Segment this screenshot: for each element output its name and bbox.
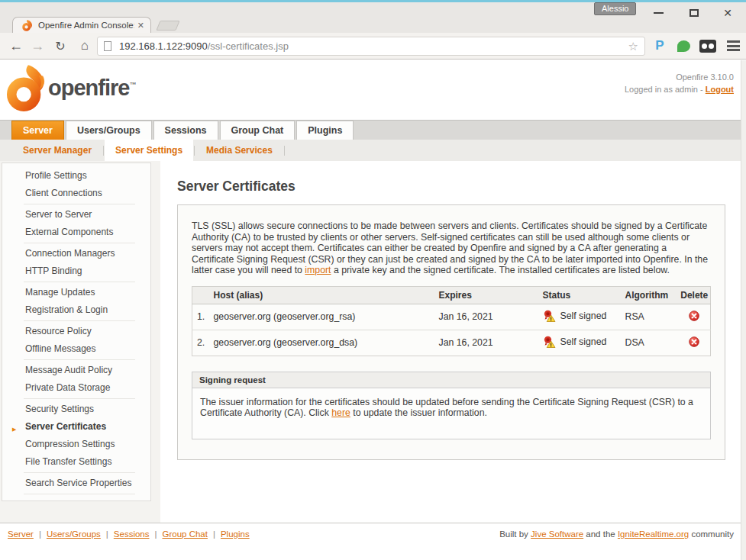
here-link[interactable]: here	[331, 407, 350, 418]
igniterealtime-link[interactable]: IgniteRealtime.org	[618, 529, 689, 539]
sidebar-item-connection-managers[interactable]: Connection Managers	[2, 245, 150, 262]
cert-host[interactable]: geoserver.org (geoserver.org_rsa)	[214, 304, 439, 330]
cert-algorithm: RSA	[625, 304, 679, 330]
openfire-favicon-icon	[21, 20, 33, 31]
sidebar: Profile SettingsClient ConnectionsServer…	[0, 161, 160, 523]
footer-link-plugins[interactable]: Plugins	[221, 529, 250, 539]
sidebar-divider	[24, 320, 135, 321]
window-maximize-button[interactable]	[683, 5, 706, 21]
url-text: 192.168.1.122:9090/ssl-certificates.jsp	[119, 40, 624, 52]
certificates-table: Host (alias)ExpiresStatusAlgorithmDelete…	[192, 286, 711, 356]
sidebar-item-compression-settings[interactable]: Compression Settings	[2, 436, 150, 453]
col-header-host-alias: Host (alias)	[214, 286, 439, 304]
footer-link-server[interactable]: Server	[8, 529, 34, 539]
self-signed-warning-icon	[543, 310, 556, 322]
sidebar-divider	[24, 472, 135, 473]
page-icon	[104, 41, 111, 51]
address-bar[interactable]: 192.168.1.122:9090/ssl-certificates.jsp …	[97, 37, 645, 56]
footer-links: Server|Users/Groups|Sessions|Group Chat|…	[8, 529, 250, 539]
sidebar-item-offline-messages[interactable]: Offline Messages	[2, 340, 150, 358]
extension-p-icon[interactable]: P	[651, 33, 669, 59]
cert-algorithm: DSA	[625, 330, 679, 356]
reload-button[interactable]: ↻	[50, 33, 70, 59]
version-text: Openfire 3.10.0	[625, 71, 734, 83]
signing-request-fieldset: Signing request The issuer information f…	[192, 372, 711, 439]
footer-link-divider: |	[213, 529, 215, 539]
row-number: 1.	[192, 304, 214, 330]
nav-tab-server[interactable]: Server	[11, 121, 64, 140]
active-item-arrow-icon: ▶	[12, 423, 16, 435]
profile-badge[interactable]: Alessio	[594, 2, 636, 15]
certificate-row: 2.geoserver.org (geoserver.org_dsa)Jan 1…	[192, 330, 711, 356]
signing-request-text: The issuer information for the certifica…	[192, 388, 710, 439]
forward-button[interactable]: →	[27, 33, 47, 59]
subnav-item-media-services[interactable]: Media Services	[195, 140, 283, 161]
signing-request-title: Signing request	[192, 372, 710, 388]
sidebar-panel: Profile SettingsClient ConnectionsServer…	[2, 163, 151, 501]
nav-tab-plugins[interactable]: Plugins	[296, 121, 354, 140]
self-signed-warning-icon	[543, 336, 556, 348]
extension-camera-icon[interactable]	[697, 33, 719, 59]
cert-status: Self signed	[543, 304, 625, 330]
minimize-icon	[654, 12, 664, 14]
sidebar-item-external-components[interactable]: External Components	[2, 224, 150, 241]
nav-tab-sessions[interactable]: Sessions	[153, 121, 218, 140]
delete-icon	[689, 311, 699, 321]
delete-icon	[689, 336, 699, 347]
footer-link-users-groups[interactable]: Users/Groups	[47, 529, 101, 539]
subnav-item-server-settings[interactable]: Server Settings	[105, 140, 193, 161]
cert-expires: Jan 16, 2021	[439, 304, 543, 330]
page-content: openfire™ Openfire 3.10.0 Logged in as a…	[0, 60, 746, 560]
new-tab-button[interactable]	[156, 21, 179, 31]
subnav-divider	[194, 146, 195, 156]
sidebar-item-http-binding[interactable]: HTTP Binding	[2, 262, 150, 280]
sidebar-item-file-transfer-settings[interactable]: File Transfer Settings	[2, 453, 150, 471]
tab-close-icon[interactable]: ✕	[137, 21, 144, 31]
sidebar-item-resource-policy[interactable]: Resource Policy	[2, 323, 150, 340]
delete-certificate-button[interactable]	[689, 311, 699, 321]
import-link[interactable]: import	[305, 265, 331, 275]
window-close-button[interactable]: ✕	[716, 5, 739, 21]
cert-host[interactable]: geoserver.org (geoserver.org_dsa)	[214, 330, 439, 356]
sidebar-item-server-certificates[interactable]: ▶Server Certificates	[2, 418, 150, 436]
sidebar-item-private-data-storage[interactable]: Private Data Storage	[2, 379, 150, 397]
footer-link-group-chat[interactable]: Group Chat	[162, 529, 207, 539]
row-number: 2.	[192, 330, 214, 356]
sidebar-item-message-audit-policy[interactable]: Message Audit Policy	[2, 362, 150, 379]
table-header-row: Host (alias)ExpiresStatusAlgorithmDelete	[192, 286, 711, 304]
cert-expires: Jan 16, 2021	[439, 330, 543, 356]
subnav-item-server-manager[interactable]: Server Manager	[12, 140, 102, 161]
page-title: Server Certificates	[177, 179, 746, 195]
logout-link[interactable]: Logout	[706, 85, 734, 94]
home-button[interactable]: ⌂	[75, 33, 95, 59]
jive-software-link[interactable]: Jive Software	[531, 529, 583, 539]
sidebar-item-search-service-properties[interactable]: Search Service Properties	[2, 475, 150, 492]
bookmark-star-icon[interactable]: ☆	[628, 40, 638, 53]
extension-chat-bubble-icon[interactable]	[673, 33, 693, 59]
footer-link-divider: |	[106, 529, 108, 539]
footer-link-sessions[interactable]: Sessions	[114, 529, 150, 539]
main-content: Server Certificates TLS (SSL) allows sec…	[160, 161, 746, 523]
chrome-menu-button[interactable]	[723, 33, 743, 59]
subnav-divider	[103, 146, 104, 156]
sidebar-item-client-connections[interactable]: Client Connections	[2, 185, 150, 202]
footer-link-divider: |	[39, 529, 41, 539]
browser-titlebar: Openfire Admin Console: ✕ Alessio ✕	[0, 2, 746, 33]
sidebar-divider	[24, 243, 135, 243]
col-number-header	[192, 286, 214, 304]
window-minimize-button[interactable]	[647, 5, 670, 21]
nav-tab-group-chat[interactable]: Group Chat	[220, 121, 295, 140]
sidebar-item-manage-updates[interactable]: Manage Updates	[2, 284, 150, 301]
nav-tab-users-groups[interactable]: Users/Groups	[66, 121, 152, 140]
sidebar-item-security-settings[interactable]: Security Settings	[2, 401, 150, 418]
sidebar-item-server-to-server[interactable]: Server to Server	[2, 206, 150, 224]
sidebar-item-profile-settings[interactable]: Profile Settings	[2, 167, 150, 185]
col-header-status: Status	[543, 286, 625, 304]
back-button[interactable]: ←	[6, 33, 26, 59]
logged-in-text: Logged in as admin -	[625, 85, 706, 94]
sidebar-item-registration-login[interactable]: Registration & Login	[2, 301, 150, 319]
delete-certificate-button[interactable]	[689, 336, 699, 347]
browser-tab[interactable]: Openfire Admin Console: ✕	[12, 17, 151, 33]
intro-paragraph: TLS (SSL) allows secure connections to b…	[192, 220, 711, 276]
scrollbar-track[interactable]	[741, 60, 746, 560]
